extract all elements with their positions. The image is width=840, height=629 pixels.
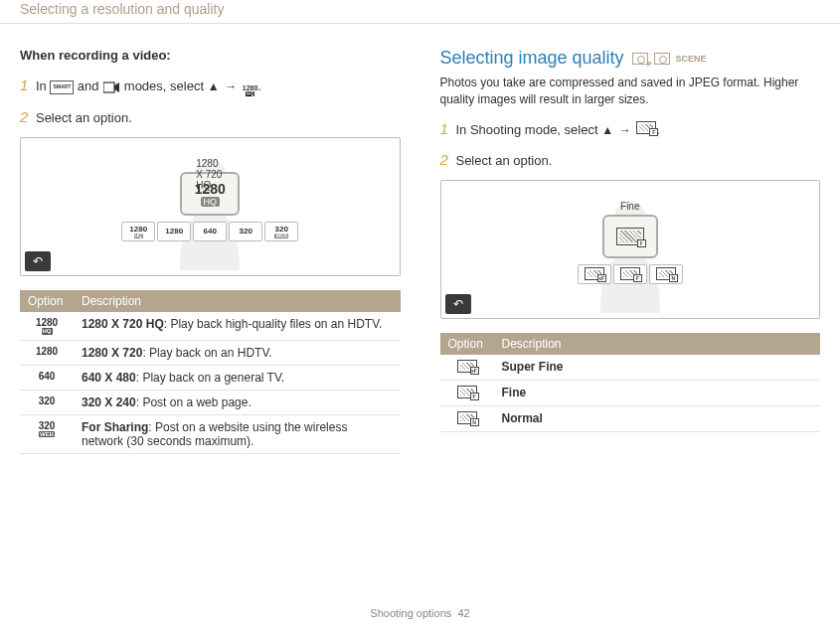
resolution-chip[interactable]: 320WEB bbox=[264, 222, 298, 241]
step1-text: In Shooting mode, select bbox=[455, 122, 597, 137]
option-icon-640: 640 bbox=[20, 365, 74, 390]
preview-inner: Fine bbox=[449, 189, 812, 310]
video-resolution-table: Option Description 1280HQ 1280 X 720 HQ:… bbox=[20, 290, 401, 454]
quality-fine-icon bbox=[616, 228, 644, 245]
content-columns: When recording a video: 1 In SMART and m… bbox=[0, 24, 840, 454]
resolution-chip[interactable]: 320 bbox=[229, 222, 262, 241]
step1-text-b: and bbox=[78, 79, 99, 93]
camera-icon bbox=[654, 53, 670, 65]
svg-rect-0 bbox=[103, 82, 114, 92]
step-number: 1 bbox=[20, 77, 28, 93]
fine-icon bbox=[620, 267, 640, 280]
video-resolution-preview: 1280 X 720 HQ 1280 HQ 1280HQ 1280 640 32… bbox=[20, 137, 401, 276]
resolution-chip-selected[interactable]: 1280 X 720 HQ 1280 HQ bbox=[180, 172, 240, 216]
table-header-description: Description bbox=[494, 333, 821, 355]
scene-mode-icon: SCENE bbox=[676, 54, 707, 64]
step-number: 1 bbox=[440, 120, 448, 137]
option-description: Normal bbox=[494, 405, 821, 431]
camera-p-icon bbox=[632, 53, 648, 65]
quality-chip[interactable] bbox=[649, 264, 683, 284]
option-description: Super Fine bbox=[494, 355, 821, 381]
option-description: Fine bbox=[494, 380, 821, 405]
step-number: 2 bbox=[20, 108, 28, 125]
left-step-1: 1 In SMART and modes, select ▲ → 1280HQ. bbox=[20, 75, 401, 96]
smart-mode-icon: SMART bbox=[50, 80, 74, 94]
step2-text: Select an option. bbox=[36, 110, 132, 125]
table-row: 320 320 X 240: Post on a web page. bbox=[20, 390, 401, 414]
left-subheading: When recording a video: bbox=[20, 48, 401, 63]
table-row: Normal bbox=[440, 405, 821, 431]
step-number: 2 bbox=[440, 151, 448, 168]
option-icon-superfine bbox=[440, 355, 494, 381]
table-row: 1280HQ 1280 X 720 HQ: Play back high-qua… bbox=[20, 312, 401, 340]
resolution-chip-row: 1280HQ 1280 640 320 320WEB bbox=[121, 222, 298, 241]
option-icon-normal bbox=[440, 405, 494, 431]
option-description: 640 X 480: Play back on a general TV. bbox=[74, 365, 401, 390]
quality-icon bbox=[636, 121, 656, 134]
video-mode-icon bbox=[102, 80, 120, 94]
step1-text-a: In bbox=[36, 79, 47, 93]
table-row: 320WEB For Sharing: Post on a website us… bbox=[20, 414, 401, 453]
left-step-2: 2 Select an option. bbox=[20, 106, 401, 127]
page-header: Selecting a resolution and quality bbox=[0, 0, 840, 24]
heading-text: Selecting image quality bbox=[440, 48, 624, 69]
arrow-icon: → bbox=[617, 123, 633, 137]
quality-chip-selected[interactable]: Fine bbox=[602, 215, 658, 258]
table-row: 1280 1280 X 720: Play back on an HDTV. bbox=[20, 340, 401, 365]
up-icon: ▲ bbox=[208, 79, 220, 93]
page-title: Selecting a resolution and quality bbox=[20, 0, 820, 18]
right-column: Selecting image quality SCENE Photos you… bbox=[440, 48, 821, 454]
right-heading: Selecting image quality SCENE bbox=[440, 48, 821, 69]
option-icon-1280: 1280 bbox=[20, 340, 74, 365]
table-header-option: Option bbox=[20, 290, 74, 312]
resolution-chip[interactable]: 1280HQ bbox=[121, 222, 155, 241]
option-icon-320: 320 bbox=[20, 390, 74, 414]
table-row: 640 640 X 480: Play back on a general TV… bbox=[20, 365, 401, 390]
resolution-1280hq-icon: 1280HQ bbox=[243, 84, 258, 96]
step2-text: Select an option. bbox=[455, 153, 552, 168]
right-step-2: 2 Select an option. bbox=[440, 149, 821, 170]
applicable-modes: SCENE bbox=[632, 53, 707, 65]
footer-page: 42 bbox=[457, 607, 469, 619]
option-description: 1280 X 720: Play back on an HDTV. bbox=[74, 340, 401, 365]
chip-sublabel: HQ bbox=[201, 197, 221, 207]
option-icon-1280hq: 1280HQ bbox=[20, 312, 74, 340]
table-header-description: Description bbox=[74, 290, 401, 312]
option-description: 320 X 240: Post on a web page. bbox=[74, 390, 401, 414]
option-description: 1280 X 720 HQ: Play back high-quality fi… bbox=[74, 312, 401, 340]
back-button[interactable]: ↶ bbox=[445, 294, 471, 314]
option-icon-320web: 320WEB bbox=[20, 414, 74, 453]
table-row: Fine bbox=[440, 380, 821, 405]
image-quality-table: Option Description Super Fine Fine Norma… bbox=[440, 333, 821, 432]
back-button[interactable]: ↶ bbox=[25, 251, 51, 271]
up-icon: ▲ bbox=[601, 123, 613, 137]
preview-inner: 1280 X 720 HQ 1280 HQ 1280HQ 1280 640 32… bbox=[29, 146, 392, 267]
resolution-tooltip: 1280 X 720 HQ bbox=[196, 158, 224, 191]
quality-chip[interactable] bbox=[613, 264, 647, 284]
page-footer: Shooting options 42 bbox=[0, 607, 840, 619]
right-intro: Photos you take are compressed and saved… bbox=[440, 75, 821, 108]
quality-chip[interactable] bbox=[578, 264, 611, 284]
resolution-chip[interactable]: 1280 bbox=[157, 222, 191, 241]
superfine-icon bbox=[585, 267, 604, 280]
option-icon-fine bbox=[440, 380, 494, 405]
footer-section: Shooting options bbox=[370, 607, 451, 619]
table-row: Super Fine bbox=[440, 355, 821, 381]
quality-chip-row bbox=[578, 264, 683, 284]
table-header-option: Option bbox=[440, 333, 494, 355]
quality-tooltip: Fine bbox=[620, 201, 639, 212]
normal-icon bbox=[656, 267, 676, 280]
right-step-1: 1 In Shooting mode, select ▲ → . bbox=[440, 118, 821, 139]
step1-text-c: modes, select bbox=[124, 79, 204, 93]
image-quality-preview: Fine ↶ bbox=[440, 180, 821, 319]
resolution-chip[interactable]: 640 bbox=[193, 222, 227, 241]
option-description: For Sharing: Post on a website using the… bbox=[74, 414, 401, 453]
left-column: When recording a video: 1 In SMART and m… bbox=[20, 48, 401, 454]
arrow-icon: → bbox=[223, 79, 239, 93]
